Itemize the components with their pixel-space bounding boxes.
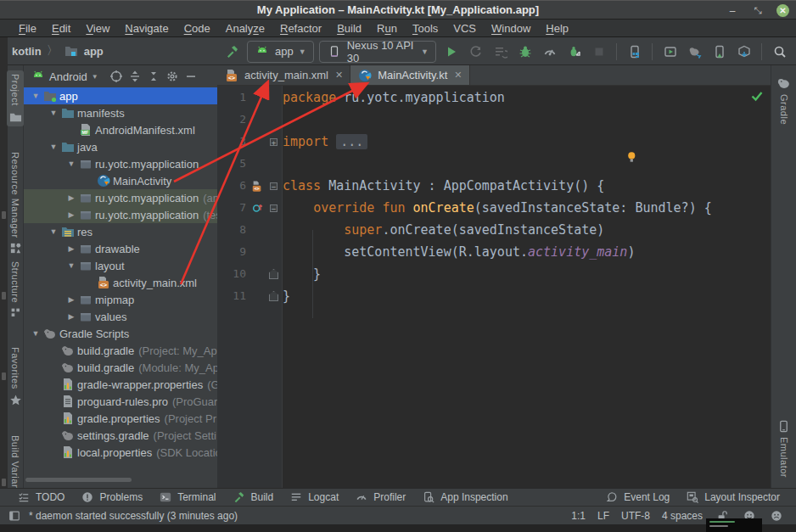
line-separator[interactable]: LF [597,510,609,522]
project-panel-hscrollbar[interactable] [25,478,132,482]
code-line-8[interactable]: 8 super.onCreate(savedInstanceState) [217,219,771,241]
menu-code[interactable]: Code [177,21,217,36]
override-method-gutter-icon[interactable] [249,202,265,214]
tree-item-res[interactable]: ▼res [24,223,217,240]
tree-item-settings-gradle[interactable]: settings.gradle(Project Setti [24,427,217,444]
tree-item-ru-yotc-myapplication[interactable]: ▶ru.yotc.myapplication(an [24,189,217,206]
menu-tools[interactable]: Tools [406,21,445,36]
search-everywhere-button[interactable] [770,41,789,63]
toolwindow-button-profiler[interactable]: Profiler [354,491,406,503]
tree-item-mainactivity[interactable]: MainActivity [24,172,217,189]
chevron-right-icon[interactable]: ▶ [64,295,78,304]
chevron-down-icon[interactable]: ▼ [47,227,60,236]
fold-marker-end[interactable] [268,269,279,279]
tree-item-androidmanifest-xml[interactable]: MFAndroidManifest.xml [24,121,217,138]
gradle-sync-button[interactable] [685,41,704,63]
code-line-3[interactable]: 3+import ... [217,131,771,153]
menu-view[interactable]: View [79,21,116,36]
stripe-item-favorites[interactable]: Favorites [7,344,24,410]
toolwindow-button-terminal[interactable]: Terminal [158,491,216,503]
menu-help[interactable]: Help [539,21,575,36]
expand-all-button[interactable] [126,67,144,86]
code-editor[interactable]: 1package ru.yotc.myapplication23+import … [217,86,771,488]
menu-file[interactable]: File [12,21,43,36]
menu-edit[interactable]: Edit [45,21,77,36]
breadcrumb[interactable]: kotlin 〉 app [0,43,104,59]
chevron-right-icon[interactable]: ▶ [64,210,78,219]
tree-item-ru-yotc-myapplication[interactable]: ▼ru.yotc.myapplication [24,155,217,172]
indent-setting[interactable]: 4 spaces [662,510,703,522]
menu-run[interactable]: Run [370,21,404,36]
close-button[interactable]: ✕ [776,4,789,17]
code-line-1[interactable]: 1package ru.yotc.myapplication [217,87,771,109]
tree-item-ru-yotc-myapplication[interactable]: ▶ru.yotc.myapplication(tes [24,206,217,223]
inspection-ok-icon[interactable] [750,89,764,103]
code-line-2[interactable]: 2 [217,109,771,131]
tree-item-mipmap[interactable]: ▶mipmap [24,291,217,308]
fold-marker-minus[interactable]: − [268,182,279,190]
code-line-6[interactable]: 6<>−class MainActivity : AppCompatActivi… [217,175,771,197]
stripe-item-project[interactable]: Project [7,70,24,126]
tree-item-build-gradle[interactable]: build.gradle(Project: My_Ap [24,342,217,359]
fold-marker-plus[interactable]: + [268,138,279,146]
chevron-right-icon[interactable]: ▶ [64,244,78,253]
minimize-button[interactable]: – [726,4,739,18]
fold-marker-minus[interactable]: − [268,204,279,212]
title-bar[interactable]: My Application – MainActivity.kt [My_App… [0,0,796,20]
tree-item-gradle-scripts[interactable]: ▼Gradle Scripts [24,325,217,342]
toolwindow-button-problems[interactable]: Problems [80,491,143,503]
chevron-down-icon[interactable]: ▼ [29,92,42,100]
code-line-9[interactable]: 9 setContentView(R.layout.activity_main) [217,241,771,263]
tree-item-drawable[interactable]: ▶drawable [24,240,217,257]
attach-debugger-button[interactable] [564,41,584,63]
toolwindow-button-logcat[interactable]: Logcat [289,491,339,503]
menu-analyze[interactable]: Analyze [219,21,272,36]
tree-item-local-properties[interactable]: local.properties(SDK Locatio [24,444,217,461]
tree-item-layout[interactable]: ▼layout [24,257,217,274]
code-line-10[interactable]: 10 } [217,263,771,285]
stripe-item-gradle[interactable]: Gradle [776,72,793,128]
toolwindow-button-layout-inspector[interactable]: Layout Inspector [685,491,780,503]
menu-window[interactable]: Window [485,21,537,36]
tree-item-proguard-rules-pro[interactable]: proguard-rules.pro(ProGuar [24,393,217,410]
caret-position[interactable]: 1:1 [571,510,586,522]
breadcrumb-module[interactable]: app [84,45,104,58]
chevron-right-icon[interactable]: ▶ [64,312,78,321]
close-tab-icon[interactable]: ✕ [454,70,462,81]
chevron-down-icon[interactable]: ▼ [64,160,78,168]
restore-button[interactable]: ⤡ [751,4,765,18]
menu-vcs[interactable]: VCS [446,21,483,36]
run-configuration-select[interactable]: app▼ [247,41,314,63]
tree-item-manifests[interactable]: ▼manifests [24,104,217,121]
hide-button[interactable] [182,67,200,86]
project-view-selector[interactable]: Android ▼ [49,70,98,83]
chevron-down-icon[interactable]: ▼ [47,143,60,151]
tree-item-activity-main-xml[interactable]: <>activity_main.xml [24,274,217,291]
editor-tab-mainactivity-kt[interactable]: MainActivity.kt✕ [350,65,469,85]
tree-item-gradle-properties[interactable]: gradle.properties(Project Pr [24,410,217,427]
code-line-7[interactable]: 7− override fun onCreate(savedInstanceSt… [217,197,771,219]
collapse-all-button[interactable] [144,67,163,86]
chevron-right-icon[interactable]: ▶ [64,193,78,202]
sad-face-icon[interactable] [769,510,784,522]
tree-item-values[interactable]: ▶values [24,308,217,325]
breadcrumb-project[interactable]: kotlin [12,45,42,58]
stripe-item-emulator[interactable]: Emulator [776,417,793,481]
stripe-item-structure[interactable]: Structure [7,258,24,322]
menu-refactor[interactable]: Refactor [273,21,328,36]
toolwindow-button-todo[interactable]: TODO [16,491,64,503]
file-encoding[interactable]: UTF-8 [621,510,650,522]
settings-button[interactable] [163,67,182,86]
hammer-icon[interactable] [222,41,242,63]
select-opened-file-button[interactable] [107,67,126,86]
chevron-down-icon[interactable]: ▼ [47,109,60,117]
chevron-down-icon[interactable]: ▼ [64,261,78,270]
tree-item-java[interactable]: ▼java [24,138,217,155]
profile-button[interactable] [540,41,559,63]
toolwindow-button-app-inspection[interactable]: App Inspection [421,491,507,503]
avd-manager-button[interactable] [660,41,680,63]
chevron-down-icon[interactable]: ▼ [29,329,42,338]
tree-item-gradle-wrapper-properties[interactable]: gradle-wrapper.properties(G [24,376,217,393]
menu-navigate[interactable]: Navigate [118,21,175,36]
code-line-5[interactable]: 5 [217,153,771,175]
